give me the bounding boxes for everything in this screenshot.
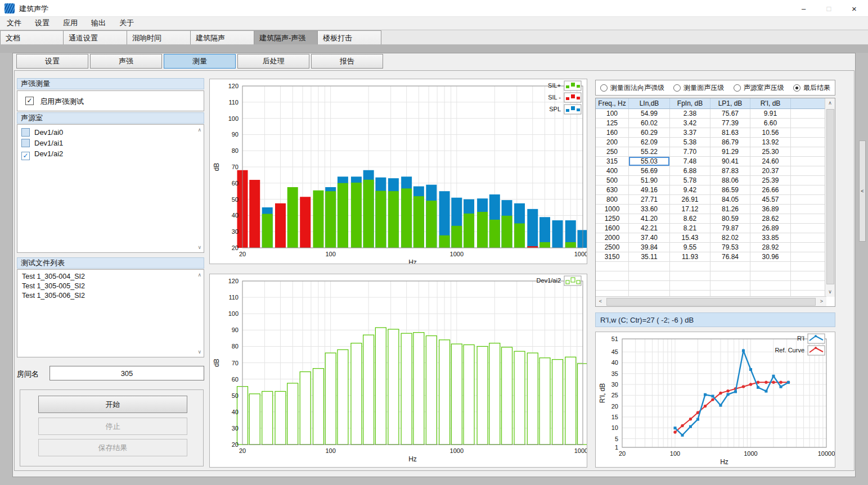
scrollbar-thumb[interactable] bbox=[826, 109, 834, 284]
save-results-button[interactable]: 保存结果 bbox=[38, 439, 187, 456]
table-cell[interactable]: 3150 bbox=[596, 252, 629, 262]
channel-checkbox[interactable] bbox=[21, 128, 30, 137]
maximize-icon[interactable]: □ bbox=[816, 0, 842, 17]
table-cell[interactable]: 100 bbox=[596, 109, 629, 119]
table-cell[interactable]: 28.62 bbox=[750, 214, 791, 224]
table-cell[interactable]: 3.42 bbox=[670, 119, 710, 128]
table-cell[interactable] bbox=[791, 224, 826, 233]
channel-checkbox[interactable] bbox=[21, 139, 30, 147]
table-cell[interactable]: 75.67 bbox=[710, 109, 750, 119]
table-cell[interactable]: 84.05 bbox=[710, 195, 750, 205]
table-cell[interactable]: 9.91 bbox=[750, 109, 791, 119]
table-cell[interactable]: 26.66 bbox=[750, 185, 791, 195]
table-cell[interactable]: 88.06 bbox=[710, 176, 750, 185]
sub-tab-后处理[interactable]: 后处理 bbox=[237, 54, 309, 69]
table-cell[interactable] bbox=[791, 147, 826, 157]
close-icon[interactable]: × bbox=[842, 0, 867, 17]
table-cell[interactable]: 45.57 bbox=[750, 195, 791, 205]
table-cell[interactable]: 315 bbox=[596, 157, 629, 166]
menu-item-关于[interactable]: 关于 bbox=[119, 18, 134, 28]
table-cell[interactable]: 24.60 bbox=[750, 157, 791, 166]
scroll-up-icon[interactable]: ∧ bbox=[825, 98, 835, 108]
table-cell[interactable]: 7.48 bbox=[670, 157, 710, 166]
table-cell[interactable]: 11.93 bbox=[670, 252, 710, 262]
main-tab-通道设置[interactable]: 通道设置 bbox=[64, 30, 127, 45]
table-cell[interactable]: 30.96 bbox=[750, 252, 791, 262]
table-cell[interactable]: 8.62 bbox=[670, 214, 710, 224]
table-cell[interactable] bbox=[791, 233, 826, 243]
table-cell[interactable]: 200 bbox=[596, 138, 629, 147]
table-cell[interactable]: 25.39 bbox=[750, 176, 791, 185]
main-tab-混响时间[interactable]: 混响时间 bbox=[127, 30, 191, 45]
sub-tab-设置[interactable]: 设置 bbox=[16, 54, 88, 69]
table-cell[interactable]: 15.43 bbox=[670, 233, 710, 243]
main-tab-文档[interactable]: 文档 bbox=[0, 30, 64, 45]
table-cell[interactable] bbox=[791, 138, 826, 147]
table-cell[interactable]: 60.02 bbox=[629, 119, 670, 128]
table-cell[interactable]: 37.40 bbox=[629, 233, 670, 243]
start-button[interactable]: 开始 bbox=[38, 396, 187, 413]
enable-intensity-checkbox[interactable]: ✓ bbox=[25, 97, 34, 105]
table-cell[interactable] bbox=[791, 195, 826, 205]
table-cell[interactable]: 54.99 bbox=[629, 109, 670, 119]
table-cell[interactable]: 80.59 bbox=[710, 214, 750, 224]
table-cell[interactable]: 160 bbox=[596, 128, 629, 138]
table-cell[interactable]: 7.70 bbox=[670, 147, 710, 157]
table-cell[interactable]: 5.78 bbox=[670, 176, 710, 185]
table-cell[interactable]: 250 bbox=[596, 147, 629, 157]
table-cell[interactable]: 20.37 bbox=[750, 166, 791, 176]
table-cell[interactable]: 33.60 bbox=[629, 205, 670, 214]
table-cell[interactable] bbox=[791, 214, 826, 224]
radio-测量面法向声强级[interactable]: 测量面法向声强级 bbox=[600, 83, 664, 93]
scroll-down-icon[interactable]: ∨ bbox=[197, 244, 201, 250]
scrollbar-thumb[interactable] bbox=[606, 298, 816, 306]
table-cell[interactable]: 91.29 bbox=[710, 147, 750, 157]
radio-circle-icon[interactable] bbox=[734, 84, 741, 92]
table-cell[interactable]: 3.37 bbox=[670, 128, 710, 138]
main-tab-楼板打击[interactable]: 楼板打击 bbox=[318, 30, 381, 45]
radio-circle-icon[interactable] bbox=[600, 84, 608, 92]
table-cell[interactable]: 41.20 bbox=[629, 214, 670, 224]
table-horizontal-scrollbar[interactable]: < > bbox=[596, 296, 826, 306]
test-file-item[interactable]: Test 1_305-005_SI2 bbox=[17, 282, 204, 291]
table-cell[interactable]: 2000 bbox=[596, 233, 629, 243]
radio-测量面声压级[interactable]: 测量面声压级 bbox=[673, 83, 724, 93]
test-file-item[interactable]: Test 1_305-004_SI2 bbox=[17, 272, 204, 282]
table-cell[interactable]: 400 bbox=[596, 166, 629, 176]
table-cell[interactable] bbox=[791, 128, 826, 138]
minimize-icon[interactable]: – bbox=[791, 0, 816, 17]
table-cell[interactable]: 90.41 bbox=[710, 157, 750, 166]
radio-声源室声压级[interactable]: 声源室声压级 bbox=[734, 83, 784, 93]
sub-tab-测量[interactable]: 测量 bbox=[164, 54, 236, 69]
table-cell[interactable]: 77.39 bbox=[710, 119, 750, 128]
table-cell[interactable]: 81.63 bbox=[710, 128, 750, 138]
scroll-up-icon[interactable]: ∧ bbox=[197, 127, 201, 133]
table-cell[interactable] bbox=[791, 176, 826, 185]
menu-item-设置[interactable]: 设置 bbox=[35, 18, 50, 28]
table-cell[interactable]: 6.88 bbox=[670, 166, 710, 176]
scroll-down-icon[interactable]: ∨ bbox=[825, 287, 835, 297]
table-cell[interactable]: 33.85 bbox=[750, 233, 791, 243]
table-cell[interactable]: 9.42 bbox=[670, 185, 710, 195]
channel-item-Dev1/ai2[interactable]: ✓Dev1/ai2 bbox=[17, 148, 204, 159]
table-cell[interactable] bbox=[791, 166, 826, 176]
table-cell[interactable]: 55.03 bbox=[629, 157, 670, 166]
table-cell[interactable] bbox=[791, 109, 826, 119]
sub-tab-声强[interactable]: 声强 bbox=[90, 54, 162, 69]
scroll-right-icon[interactable]: > bbox=[817, 297, 826, 306]
table-cell[interactable]: 56.69 bbox=[629, 166, 670, 176]
scroll-down-icon[interactable]: ∨ bbox=[197, 349, 201, 355]
table-cell[interactable]: 27.71 bbox=[629, 195, 670, 205]
table-cell[interactable]: 1600 bbox=[596, 224, 629, 233]
table-cell[interactable] bbox=[791, 205, 826, 214]
table-cell[interactable]: 1250 bbox=[596, 214, 629, 224]
table-cell[interactable] bbox=[791, 157, 826, 166]
table-cell[interactable] bbox=[791, 119, 826, 128]
channel-item-Dev1/ai1[interactable]: Dev1/ai1 bbox=[17, 138, 204, 148]
table-cell[interactable]: 26.89 bbox=[750, 224, 791, 233]
table-cell[interactable]: 81.26 bbox=[710, 205, 750, 214]
radio-circle-icon[interactable] bbox=[793, 84, 800, 92]
table-cell[interactable]: 28.92 bbox=[750, 243, 791, 252]
channel-checkbox[interactable]: ✓ bbox=[21, 152, 30, 160]
table-cell[interactable]: 39.84 bbox=[629, 243, 670, 252]
